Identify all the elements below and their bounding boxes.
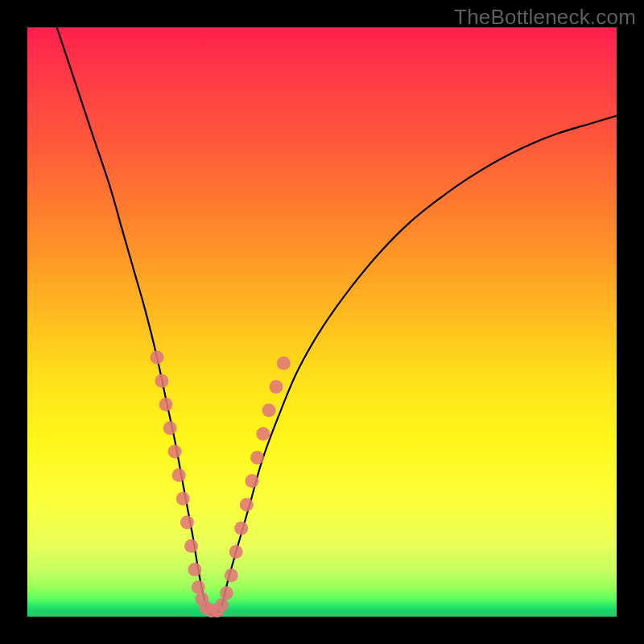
marker-dot (168, 445, 182, 459)
watermark-text: TheBottleneck.com (454, 5, 636, 30)
curve-layer (57, 27, 617, 615)
marker-dot (234, 522, 248, 535)
chart-svg (27, 27, 617, 617)
marker-dot (188, 563, 201, 576)
marker-dot (225, 568, 238, 582)
marker-dot (277, 357, 291, 370)
marker-dot (180, 515, 194, 529)
marker-dot (215, 598, 229, 612)
marker-dot (229, 545, 243, 559)
marker-dot (159, 398, 173, 411)
marker-dot (245, 474, 258, 488)
marker-dot (240, 497, 254, 511)
chart-frame: TheBottleneck.com (0, 0, 644, 644)
marker-dot (172, 469, 186, 482)
marker-dot (220, 586, 233, 600)
marker-dots (151, 350, 291, 617)
marker-dot (250, 451, 264, 464)
marker-dot (262, 403, 276, 417)
marker-dot (176, 492, 190, 506)
marker-dot (163, 421, 177, 435)
marker-dot (269, 380, 283, 394)
bottleneck-curve (57, 27, 617, 615)
marker-dot (151, 350, 164, 364)
marker-dot (184, 539, 198, 553)
chart-plot-area (27, 27, 617, 617)
marker-dot (256, 427, 270, 441)
marker-dot (155, 374, 168, 388)
marker-dot (192, 580, 205, 594)
